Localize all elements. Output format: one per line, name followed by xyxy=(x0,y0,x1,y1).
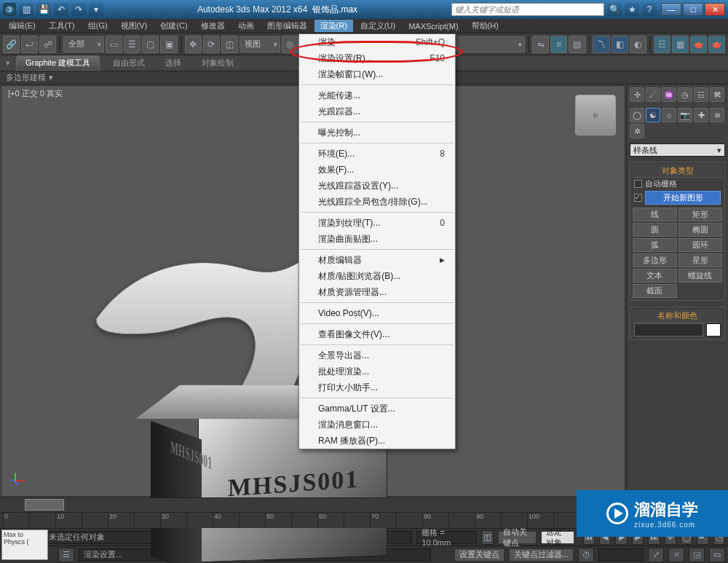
pivot-icon[interactable]: ◎ xyxy=(282,36,298,53)
select-region-icon[interactable]: ▢ xyxy=(142,36,159,53)
qat-save-icon[interactable]: 💾 xyxy=(36,3,51,16)
mi-render-messages[interactable]: 渲染消息窗口... xyxy=(299,417,455,433)
infocenter-star-icon[interactable]: ★ xyxy=(625,3,639,16)
mi-render-surface-map[interactable]: 渲染曲面贴图... xyxy=(299,231,455,247)
create-subtype-combo[interactable]: 样条线 xyxy=(630,143,725,157)
cat-helpers-icon[interactable]: ✚ xyxy=(694,108,708,122)
btn-donut[interactable]: 圆环 xyxy=(678,238,723,252)
render-frame-icon[interactable]: ▦ xyxy=(672,36,689,53)
mi-raytracer-settings[interactable]: 光线跟踪器设置(Y)... xyxy=(299,178,455,194)
mi-panorama[interactable]: 全景导出器... xyxy=(299,347,455,363)
infocenter-help-icon[interactable]: ? xyxy=(642,3,657,16)
tab-utilities-icon[interactable]: 🛠 xyxy=(710,87,724,102)
nav-region-icon[interactable]: ▭ xyxy=(709,548,725,562)
btn-circle[interactable]: 圆 xyxy=(633,223,677,237)
script-icon[interactable]: ☰ xyxy=(58,548,74,562)
selected-objects-button[interactable]: 选定对象 xyxy=(541,531,574,544)
btn-ngon[interactable]: 多边形 xyxy=(633,253,677,267)
bind-icon[interactable]: ☍ xyxy=(39,36,56,53)
mi-video-post[interactable]: Video Post(V)... xyxy=(299,305,455,321)
cat-geometry-icon[interactable]: ◯ xyxy=(630,108,644,122)
unlink-icon[interactable]: ⮐ xyxy=(21,36,38,53)
menu-create[interactable]: 创建(C) xyxy=(154,20,193,32)
help-search-input[interactable] xyxy=(451,3,604,16)
nav-maximize-icon[interactable]: ◲ xyxy=(689,548,705,562)
object-name-field[interactable] xyxy=(634,323,703,336)
align-icon[interactable]: ≡ xyxy=(550,36,567,53)
mi-material-explorer[interactable]: 材质资源管理器... xyxy=(299,284,455,300)
nav-zoomall-icon[interactable]: ⤫ xyxy=(668,548,684,562)
mi-environment[interactable]: 环境(E)...8 xyxy=(299,146,455,162)
mi-render[interactable]: 渲染Shift+Q xyxy=(299,34,455,50)
rollout-title-namecolor[interactable]: 名称和颜色 xyxy=(633,310,722,323)
tab-selection[interactable]: 选择 xyxy=(158,56,189,70)
render-setup-icon[interactable]: ☷ xyxy=(654,36,670,53)
btn-arc[interactable]: 弧 xyxy=(633,238,677,252)
infocenter-search-icon[interactable]: 🔍 xyxy=(607,3,622,16)
mi-ram-player[interactable]: RAM 播放器(P)... xyxy=(299,433,455,449)
menu-graph[interactable]: 图形编辑器 xyxy=(261,20,313,32)
mi-print-size[interactable]: 打印大小助手... xyxy=(299,379,455,395)
rollout-title-objecttype[interactable]: 对象类型 xyxy=(633,165,722,178)
rotate-icon[interactable]: ⟳ xyxy=(203,36,220,53)
qat-open-icon[interactable]: ▥ xyxy=(19,3,33,16)
menu-help[interactable]: 帮助(H) xyxy=(466,20,505,32)
link-icon[interactable]: 🔗 xyxy=(3,36,20,53)
maxscript-mini-listener[interactable]: Max to Physcs ( xyxy=(1,529,48,560)
setkey-button[interactable]: 设置关键点 xyxy=(454,548,505,562)
qat-undo-icon[interactable]: ↶ xyxy=(54,3,68,16)
layers-icon[interactable]: ▤ xyxy=(569,36,585,53)
startshape-checkbox[interactable] xyxy=(634,194,642,202)
select-name-icon[interactable]: ☰ xyxy=(124,36,141,53)
startshape-button[interactable]: 开始新图形 xyxy=(645,191,721,205)
cat-cameras-icon[interactable]: 📷 xyxy=(678,108,692,122)
qat-more-icon[interactable]: ▾ xyxy=(89,3,103,16)
time-slider-thumb[interactable] xyxy=(25,499,64,511)
scale-icon[interactable]: ◫ xyxy=(221,36,238,53)
maximize-button[interactable]: □ xyxy=(683,3,703,16)
mi-radiosity[interactable]: 光能传递... xyxy=(299,87,455,103)
current-frame-field[interactable] xyxy=(598,548,644,562)
mi-gamma[interactable]: Gamma/LUT 设置... xyxy=(299,401,455,417)
window-crossing-icon[interactable]: ▣ xyxy=(160,36,177,53)
app-logo-icon[interactable]: ③ xyxy=(3,3,16,16)
mi-render-to-texture[interactable]: 渲染到纹理(T)...0 xyxy=(299,215,455,231)
close-button[interactable]: ✕ xyxy=(705,3,725,16)
menu-render[interactable]: 渲染(R) xyxy=(314,20,353,32)
cat-spacewarps-icon[interactable]: ≋ xyxy=(710,108,724,122)
mi-light-tracer[interactable]: 光跟踪器... xyxy=(299,103,455,119)
btn-rectangle[interactable]: 矩形 xyxy=(678,208,723,221)
keyfilters-button[interactable]: 关键点过滤器... xyxy=(509,548,574,562)
render-last-icon[interactable]: 🫖 xyxy=(708,36,725,53)
mi-material-editor[interactable]: 材质编辑器▶ xyxy=(299,252,455,268)
menu-modifiers[interactable]: 修改器 xyxy=(195,20,231,32)
named-selection-combo[interactable] xyxy=(445,36,525,52)
curve-editor-icon[interactable]: 〽 xyxy=(593,36,609,53)
btn-section[interactable]: 截面 xyxy=(633,284,677,298)
viewport-label[interactable]: [+0 正交 0 真实 xyxy=(6,87,65,100)
schematic-icon[interactable]: ◧ xyxy=(612,36,628,53)
btn-text[interactable]: 文本 xyxy=(633,269,677,283)
tab-modify-icon[interactable]: ☄ xyxy=(646,87,660,102)
time-config-icon[interactable]: ⏱ xyxy=(578,548,594,562)
mi-effects[interactable]: 效果(F)... xyxy=(299,162,455,178)
refcoord-combo[interactable]: 视图 xyxy=(240,36,280,52)
btn-line[interactable]: 线 xyxy=(633,208,677,221)
mi-exposure[interactable]: 曝光控制... xyxy=(299,125,455,141)
btn-ellipse[interactable]: 椭圆 xyxy=(678,223,723,237)
mi-render-setup[interactable]: 渲染设置(R)...F10 xyxy=(299,50,455,66)
menu-group[interactable]: 组(G) xyxy=(82,20,114,32)
mi-raytrace-global[interactable]: 光线跟踪全局包含/排除(G)... xyxy=(299,194,455,210)
tab-create-icon[interactable]: ✢ xyxy=(630,87,644,102)
tab-graphite[interactable]: Graphite 建模工具 xyxy=(16,55,100,71)
menu-customize[interactable]: 自定义(U) xyxy=(355,20,401,32)
viewcube-icon[interactable]: 前 xyxy=(575,95,616,135)
menu-tools[interactable]: 工具(T) xyxy=(43,20,81,32)
menu-maxscript[interactable]: MAXScript(M) xyxy=(403,21,464,31)
minimize-button[interactable]: — xyxy=(661,3,681,16)
move-icon[interactable]: ✥ xyxy=(185,36,202,53)
mi-view-image[interactable]: 查看图像文件(V)... xyxy=(299,326,455,342)
material-editor-icon[interactable]: ◐ xyxy=(630,36,646,53)
nav-zoomext-icon[interactable]: ⤢ xyxy=(648,548,664,562)
menu-views[interactable]: 视图(V) xyxy=(115,20,154,32)
